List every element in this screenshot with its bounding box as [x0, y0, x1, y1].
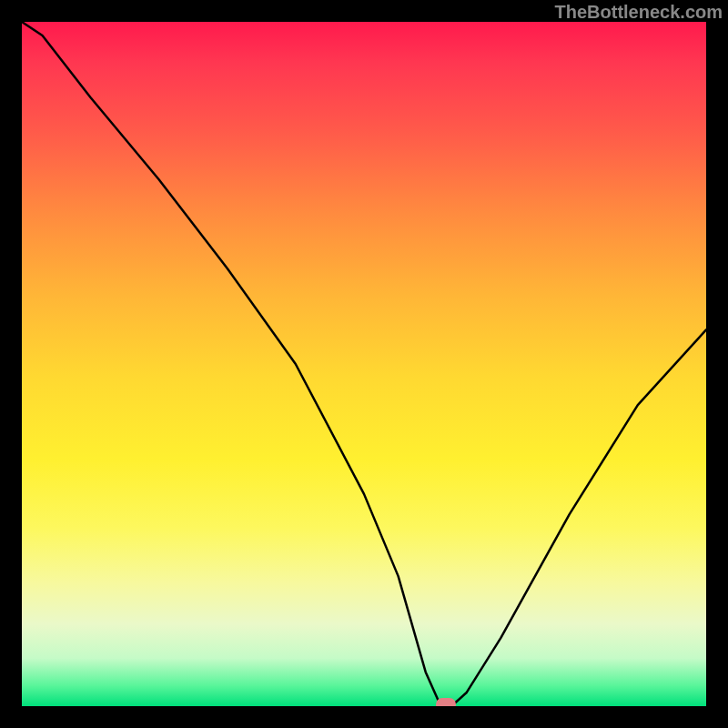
chart-container: TheBottleneck.com — [0, 0, 728, 728]
minimum-marker — [436, 698, 456, 706]
plot-area — [22, 22, 706, 706]
watermark-label: TheBottleneck.com — [555, 2, 723, 23]
bottleneck-curve — [22, 22, 706, 706]
